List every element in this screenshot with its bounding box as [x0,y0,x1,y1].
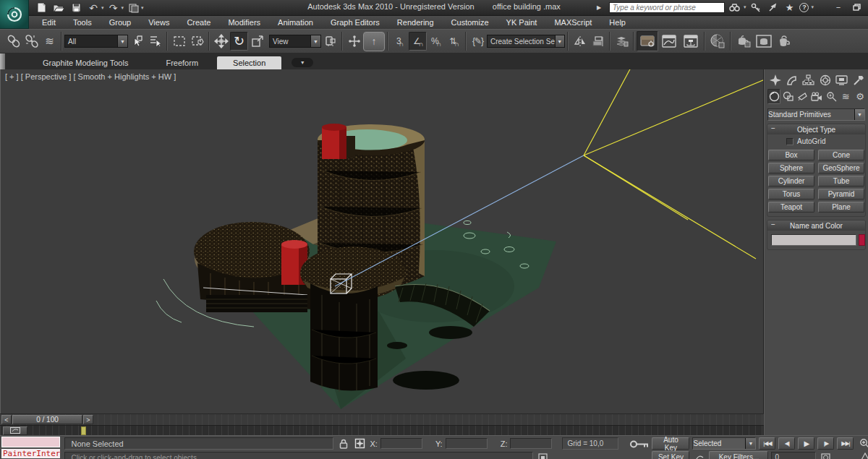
key-mode-dropdown[interactable]: Selected ▼ [692,437,756,450]
bind-to-space-warp-icon[interactable]: ≋ [41,32,59,51]
next-frame-button[interactable]: > [83,415,93,424]
use-pivot-point-icon[interactable] [321,32,339,51]
tab-graphite-modeling-tools[interactable]: Graphite Modeling Tools [24,56,147,69]
tube-button[interactable]: Tube [818,176,864,186]
keyboard-shortcut-override-icon[interactable]: ↑ [363,32,385,51]
key-mode-arrow-icon[interactable]: ▼ [745,438,755,449]
set-key-button[interactable]: Set Key [652,451,689,459]
menu-tools[interactable]: Tools [64,16,101,29]
viewport-label[interactable]: [ + ] [ Perspective ] [ Smooth + Highlig… [5,72,176,81]
reference-coordinate-arrow-icon[interactable]: ▼ [310,35,320,47]
open-mini-curve-editor-button[interactable] [3,426,27,435]
material-editor-icon[interactable] [707,31,728,51]
ribbon-minimize-icon[interactable]: ▼ [292,58,313,67]
time-slider-handle[interactable]: 0 / 100 [12,415,82,424]
favorites-star-icon[interactable]: ★ [783,1,796,13]
z-coordinate-field[interactable] [510,438,552,449]
go-to-start-button[interactable]: |◀◀ [759,437,775,450]
plane-button[interactable]: Plane [818,202,864,213]
curve-editor-icon[interactable] [658,31,680,51]
auto-key-button[interactable]: Auto Key [652,437,689,450]
go-to-end-button[interactable]: ▶▶| [837,437,854,450]
menu-views[interactable]: Views [140,16,178,29]
listener-macro-pane[interactable] [1,437,60,447]
undo-icon[interactable]: ↶ [85,1,101,14]
maxscript-mini-listener[interactable]: PainterInter [0,436,61,459]
new-file-icon[interactable] [33,1,49,14]
previous-frame-button[interactable]: < [1,415,12,424]
sphere-button[interactable]: Sphere [768,163,814,173]
schematic-view-icon[interactable] [680,31,702,51]
absolute-mode-icon[interactable] [353,437,367,450]
set-keys-key-icon[interactable] [627,438,652,450]
redo-icon[interactable]: ↷ [106,1,122,14]
helpers-category-icon[interactable] [825,89,838,104]
menu-edit[interactable]: Edit [33,16,64,29]
select-and-link-icon[interactable] [4,32,22,51]
render-setup-icon[interactable] [733,31,754,51]
select-object-icon[interactable] [128,32,146,51]
box-button[interactable]: Box [768,150,814,160]
help-dropdown-icon[interactable]: ▾ [811,4,814,10]
select-and-rotate-icon[interactable]: ↻ [230,32,248,51]
isolate-toggle-icon[interactable] [536,451,550,459]
track-bar[interactable] [0,425,764,435]
select-by-name-icon[interactable] [146,32,164,51]
menu-create[interactable]: Create [178,16,219,29]
snaps-toggle-3d-icon[interactable]: 3∩ [391,32,409,51]
named-selection-sets-icon[interactable]: {✎} [469,32,487,51]
selection-lock-icon[interactable] [336,437,350,450]
geometry-category-icon[interactable] [767,89,780,104]
named-selection-set-arrow-icon[interactable]: ▼ [555,35,564,47]
primitive-category-dropdown[interactable]: Standard Primitives ▼ [767,108,865,121]
key-filters-button[interactable]: Key Filters... [709,451,768,459]
menu-yk-paint[interactable]: YK Paint [498,16,546,29]
time-configuration-icon[interactable] [819,451,833,459]
redo-dropdown-icon[interactable]: ▾ [122,5,124,11]
name-color-header[interactable]: − Name and Color [767,220,865,231]
mirror-icon[interactable] [571,32,589,51]
lights-category-icon[interactable] [796,89,809,104]
restore-button[interactable] [849,2,864,12]
3dsmax-logo[interactable] [0,0,29,29]
hierarchy-tab-icon[interactable] [801,72,816,87]
project-folder-icon[interactable] [125,1,141,14]
selection-filter-dropdown[interactable]: All ▼ [64,35,128,48]
rendered-frame-window-icon[interactable] [754,31,774,51]
torus-button[interactable]: Torus [768,189,814,200]
y-coordinate-field[interactable] [446,438,488,449]
next-frame-button[interactable]: |▶ [817,437,834,450]
play-animation-button[interactable]: ▶ [798,437,814,450]
infocenter-expand-icon[interactable]: ▶ [592,1,605,13]
menu-maxscript[interactable]: MAXScript [545,16,600,29]
motion-tab-icon[interactable] [817,72,833,87]
communication-center-icon[interactable] [766,1,779,13]
undo-dropdown-icon[interactable]: ▾ [101,5,104,11]
object-color-swatch[interactable] [859,234,865,246]
tab-freeform[interactable]: Freeform [147,56,217,69]
align-icon[interactable] [589,32,607,51]
geosphere-button[interactable]: GeoSphere [818,163,864,173]
menu-graph-editors[interactable]: Graph Editors [322,16,388,29]
angle-snap-icon[interactable]: ∠∩ [409,32,427,51]
shapes-category-icon[interactable] [782,89,795,104]
rectangular-selection-region-icon[interactable] [170,32,188,51]
time-slider[interactable]: < 0 / 100 > [0,413,764,425]
cameras-category-icon[interactable] [811,89,824,104]
utilities-tab-icon[interactable] [851,72,866,87]
key-filters-curve-icon[interactable] [692,451,706,459]
select-and-move-icon[interactable] [212,32,230,51]
search-dropdown-icon[interactable]: ▾ [744,4,746,10]
zoom-icon[interactable] [858,437,868,450]
space-warps-category-icon[interactable]: ≋ [839,89,852,104]
menu-help[interactable]: Help [600,16,634,29]
create-tab-icon[interactable] [767,72,783,87]
open-file-icon[interactable] [51,1,67,14]
named-selection-set-dropdown[interactable]: Create Selection Se ▼ [487,35,565,48]
window-crossing-icon[interactable] [188,32,206,51]
percent-snap-icon[interactable]: %∩ [427,32,445,51]
viewport-scene[interactable] [1,69,763,413]
spinner-snap-icon[interactable]: ⇅∩ [445,32,463,51]
ribbon-grip[interactable] [0,53,5,69]
display-tab-icon[interactable] [834,72,849,87]
